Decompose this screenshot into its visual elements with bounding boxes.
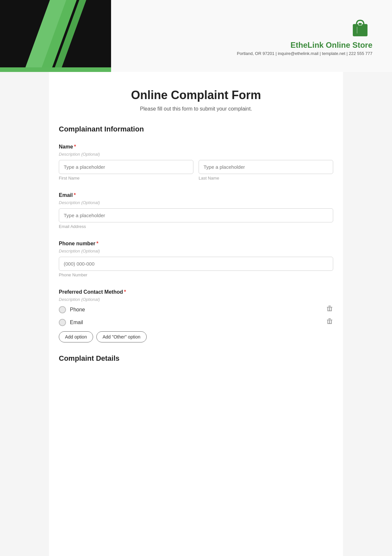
section-complaint-title: Complaint Details: [59, 354, 333, 364]
name-required-star: *: [74, 144, 76, 149]
first-name-input[interactable]: [59, 160, 193, 174]
main-content: Online Complaint Form Please fill out th…: [49, 72, 343, 556]
brand-logo-icon: [348, 16, 372, 41]
add-options-row: Add option Add "Other" option: [59, 331, 333, 342]
contact-method-label: Preferred Contact Method*: [59, 289, 333, 295]
email-label: Email*: [59, 192, 333, 198]
svg-rect-1: [358, 23, 362, 26]
add-option-button[interactable]: Add option: [59, 331, 93, 342]
contact-method-required-star: *: [124, 289, 126, 295]
phone-description: Description (Optional): [59, 249, 333, 253]
brand-contact: Portland, OR 97201 | inquire@ethelink.ma…: [237, 51, 372, 56]
email-input[interactable]: [59, 208, 333, 222]
form-subtitle: Please fill out this form to submit your…: [59, 106, 333, 112]
last-name-sublabel: Last Name: [199, 176, 333, 181]
phone-sublabel: Phone Number: [59, 272, 333, 277]
page-header: EtheLink Online Store Portland, OR 97201…: [0, 0, 392, 72]
svg-rect-3: [327, 307, 333, 308]
name-description: Description (Optional): [59, 152, 333, 157]
name-label: Name*: [59, 144, 333, 150]
email-field-group: Email* Description (Optional) Email Addr…: [59, 192, 333, 229]
header-banner: [0, 0, 111, 72]
contact-method-label-text: Preferred Contact Method: [59, 289, 123, 295]
email-description: Description (Optional): [59, 200, 333, 205]
add-other-option-button[interactable]: Add "Other" option: [96, 331, 147, 342]
radio-option-email: Email: [59, 318, 333, 327]
delete-email-option-icon[interactable]: [326, 318, 333, 327]
contact-method-field-group: Preferred Contact Method* Description (O…: [59, 289, 333, 342]
radio-phone-label: Phone: [70, 307, 85, 313]
delete-phone-option-icon[interactable]: [326, 305, 333, 314]
last-name-input[interactable]: [199, 160, 333, 174]
phone-input[interactable]: [59, 257, 333, 271]
decorative-stripes: [0, 0, 111, 72]
radio-option-phone: Phone: [59, 305, 333, 314]
name-label-text: Name: [59, 144, 73, 149]
section-complainant-title: Complainant Information: [59, 125, 333, 135]
svg-rect-4: [328, 306, 331, 306]
email-required-star: *: [74, 192, 76, 198]
form-title: Online Complaint Form: [59, 88, 333, 102]
radio-phone-left: Phone: [59, 306, 85, 313]
last-name-wrap: Last Name: [199, 160, 333, 181]
svg-rect-8: [329, 307, 330, 311]
svg-rect-14: [329, 320, 330, 324]
radio-email-label: Email: [70, 320, 83, 325]
email-sublabel: Email Address: [59, 224, 333, 229]
radio-email-left: Email: [59, 319, 83, 326]
name-field-group: Name* Description (Optional) First Name …: [59, 144, 333, 181]
green-bar: [0, 67, 111, 72]
radio-phone-circle[interactable]: [59, 306, 66, 313]
email-label-text: Email: [59, 192, 73, 198]
brand-info: EtheLink Online Store Portland, OR 97201…: [111, 0, 392, 72]
name-input-row: First Name Last Name: [59, 160, 333, 181]
svg-rect-0: [353, 24, 368, 36]
phone-label-text: Phone number: [59, 241, 95, 246]
radio-email-circle[interactable]: [59, 319, 66, 326]
phone-label: Phone number*: [59, 241, 333, 247]
contact-method-description: Description (Optional): [59, 297, 333, 302]
brand-name: EtheLink Online Store: [290, 41, 372, 50]
first-name-wrap: First Name: [59, 160, 193, 181]
phone-field-group: Phone number* Description (Optional) Pho…: [59, 241, 333, 277]
svg-rect-9: [327, 320, 333, 321]
phone-required-star: *: [96, 241, 98, 246]
first-name-sublabel: First Name: [59, 176, 193, 181]
svg-rect-10: [328, 319, 331, 319]
